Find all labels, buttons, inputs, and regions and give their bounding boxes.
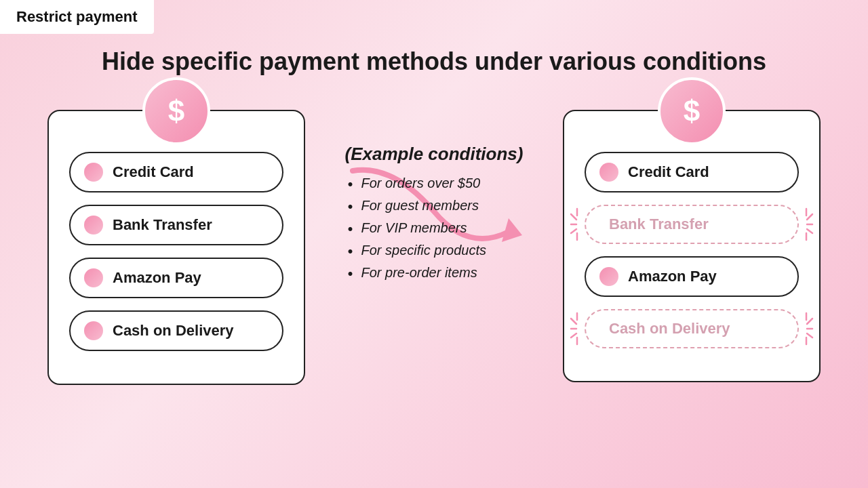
bank-transfer-right-container: Bank Transfer [585, 205, 799, 244]
burst-left-2-icon [570, 312, 585, 346]
burst-right-2-icon [799, 312, 814, 346]
conditions-title: (Example conditions) [345, 144, 524, 165]
dollar-icon-left: $ [168, 96, 184, 126]
svg-line-4 [571, 229, 576, 233]
amazon-pay-right-dot [599, 267, 618, 286]
bank-transfer-left-btn[interactable]: Bank Transfer [69, 205, 283, 245]
burst-left-icon [570, 207, 585, 241]
credit-card-left-btn[interactable]: Credit Card [69, 152, 283, 192]
condition-item-5: For pre-order items [345, 265, 524, 281]
middle-area: (Example conditions) For orders over $50… [305, 76, 563, 287]
title-bar-text: Restrict payment [16, 8, 138, 25]
bank-transfer-left-label: Bank Transfer [113, 216, 212, 234]
cash-on-delivery-left-dot [84, 321, 103, 340]
conditions-box: (Example conditions) For orders over $50… [332, 144, 537, 287]
amazon-pay-left-dot [84, 268, 103, 287]
cash-on-delivery-left-btn[interactable]: Cash on Delivery [69, 310, 283, 351]
bank-transfer-right-label: Bank Transfer [609, 216, 709, 233]
credit-card-right-dot [599, 163, 618, 182]
cash-on-delivery-right-btn: Cash on Delivery [585, 309, 799, 348]
svg-line-14 [571, 333, 576, 338]
condition-item-1: For orders over $50 [345, 176, 524, 191]
dollar-icon-right: $ [684, 96, 700, 126]
credit-card-right-btn[interactable]: Credit Card [585, 152, 799, 192]
conditions-list: For orders over $50 For guest members Fo… [345, 176, 524, 281]
right-panel-icon: $ [658, 77, 726, 145]
title-bar: Restrict payment [0, 0, 154, 34]
bank-transfer-left-dot [84, 216, 103, 235]
amazon-pay-right-label: Amazon Pay [628, 268, 717, 285]
svg-line-19 [807, 333, 812, 338]
svg-line-7 [807, 214, 812, 220]
credit-card-left-label: Credit Card [113, 163, 194, 181]
main-heading: Hide specific payment methods under vari… [0, 47, 868, 76]
svg-line-12 [571, 319, 576, 324]
amazon-pay-right-btn[interactable]: Amazon Pay [585, 256, 799, 297]
cash-on-delivery-right-container: Cash on Delivery [585, 309, 799, 348]
credit-card-left-dot [84, 163, 103, 182]
amazon-pay-left-btn[interactable]: Amazon Pay [69, 258, 283, 298]
left-panel: $ Credit Card Bank Transfer Amazon Pay C… [47, 110, 305, 385]
svg-line-2 [571, 214, 576, 220]
condition-item-3: For VIP members [345, 220, 524, 236]
content-wrapper: $ Credit Card Bank Transfer Amazon Pay C… [0, 76, 868, 385]
condition-item-2: For guest members [345, 198, 524, 214]
amazon-pay-left-label: Amazon Pay [113, 269, 201, 287]
cash-on-delivery-right-label: Cash on Delivery [609, 320, 730, 338]
svg-line-17 [807, 319, 812, 324]
bank-transfer-right-btn: Bank Transfer [585, 205, 799, 244]
burst-right-icon [799, 207, 814, 241]
condition-item-4: For specific products [345, 243, 524, 258]
left-panel-icon: $ [142, 77, 210, 145]
credit-card-right-label: Credit Card [628, 163, 709, 181]
cash-on-delivery-left-label: Cash on Delivery [113, 322, 234, 340]
right-panel: $ Credit Card Bank Transfer [563, 110, 821, 382]
svg-line-9 [807, 229, 812, 233]
